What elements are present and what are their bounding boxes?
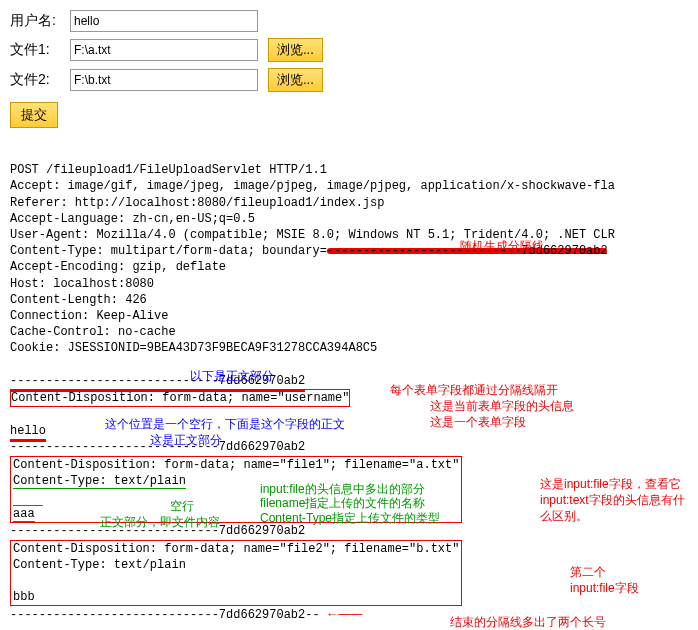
file2-label: 文件2: <box>10 71 70 89</box>
body-file1: aaa <box>13 507 35 522</box>
file1-label: 文件1: <box>10 41 70 59</box>
username-label: 用户名: <box>10 12 70 30</box>
cd-username: Content-Disposition: form-data; name="us… <box>10 391 350 405</box>
submit-button[interactable]: 提交 <box>10 102 58 128</box>
anno-field-header: 这是当前表单字段的头信息 <box>430 398 574 414</box>
anno-blank: 空行 <box>170 498 194 514</box>
anno-body-content: 正文部分，即文件内容 <box>100 514 220 530</box>
browse2-button[interactable]: 浏览... <box>268 68 323 92</box>
http-line: Referer: http://localhost:8080/fileuploa… <box>10 196 384 210</box>
http-line: Cache-Control: no-cache <box>10 325 176 339</box>
anno-second-file: 第二个 input:file字段 <box>570 564 639 596</box>
anno-blank-then-body: 这个位置是一个空行，下面是这个字段的正文 <box>105 416 345 432</box>
http-line: Accept: image/gif, image/jpeg, image/pjp… <box>10 179 615 193</box>
boundary-close: -----------------------------7dd662970ab… <box>10 608 362 622</box>
ct-file2: Content-Type: text/plain <box>13 558 186 572</box>
http-line: Accept-Language: zh-cn,en-US;q=0.5 <box>10 212 255 226</box>
http-line: Accept-Encoding: gzip, deflate <box>10 260 226 274</box>
http-line: Host: localhost:8080 <box>10 277 154 291</box>
body-file2: bbb <box>13 590 35 604</box>
file2-input[interactable] <box>70 69 258 91</box>
anno-is-form-field: 这是一个表单字段 <box>430 414 526 430</box>
cd-file1: Content-Disposition: form-data; name="fi… <box>13 458 459 472</box>
file1-input[interactable] <box>70 39 258 61</box>
blank-line <box>10 408 17 422</box>
anno-random-boundary: 随机生成分隔线 <box>460 238 544 254</box>
http-line: Cookie: JSESSIONID=9BEA43D73F9BECA9F3127… <box>10 341 377 355</box>
http-request-block: POST /fileupload1/FileUploadServlet HTTP… <box>10 146 688 630</box>
anno-is-body: 这是正文部分 <box>150 432 222 448</box>
anno-final-dash: 结束的分隔线多出了两个长号 <box>450 614 606 630</box>
http-line: Content-Length: 426 <box>10 293 147 307</box>
anno-below-body: 以下是正文部分 <box>190 368 274 384</box>
anno-is-file-field: 这是input:file字段，查看它input:text字段的头信息有什么区别。 <box>540 476 690 525</box>
http-line: Connection: Keep-Alive <box>10 309 168 323</box>
cd-file2: Content-Disposition: form-data; name="fi… <box>13 542 459 556</box>
browse1-button[interactable]: 浏览... <box>268 38 323 62</box>
anno-each-field: 每个表单字段都通过分隔线隔开 <box>390 382 558 398</box>
anno-file-extra-header: input:file的头信息中多出的部分 filename指定上传的文件的名称 … <box>260 482 440 525</box>
http-line: POST /fileupload1/FileUploadServlet HTTP… <box>10 163 327 177</box>
blank-line <box>13 574 20 588</box>
file2-section: Content-Disposition: form-data; name="fi… <box>10 540 462 607</box>
blank-line <box>13 489 43 506</box>
ct-file1: Content-Type: text/plain <box>13 474 186 489</box>
username-input[interactable] <box>70 10 258 32</box>
